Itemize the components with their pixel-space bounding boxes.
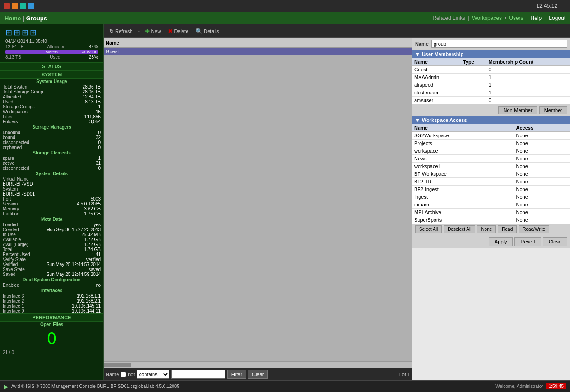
workspace-row[interactable]: workspace1None [412, 163, 570, 170]
clear-button[interactable]: Clear [248, 370, 268, 379]
avid-icon: ▶ [4, 383, 9, 390]
filter-button[interactable]: Filter [227, 370, 246, 379]
h-scrollbar[interactable] [104, 361, 412, 368]
system-value: BURL-BF-SD01 [0, 191, 103, 196]
user-row[interactable]: Guest0 [412, 66, 570, 74]
nav-home-link[interactable]: Home [5, 15, 21, 22]
none-button[interactable]: None [477, 225, 496, 233]
user-row[interactable]: airspeed1 [412, 81, 570, 89]
partition-row: Partition 1.75 GB [0, 211, 103, 216]
workspaces-link[interactable]: Workspaces [472, 15, 502, 21]
performance-header: PERFORMANCE [0, 313, 103, 322]
version-row: Version 4.5.0.12085 [0, 201, 103, 206]
toolbar: ↻ Refresh ▪ ✚ New ✖ Delete 🔍 Details [104, 24, 570, 38]
user-membership-table: Name Type Membership Count Guest0MAAAdmi… [412, 58, 570, 104]
deselect-all-button[interactable]: Deselect All [444, 225, 475, 233]
interfaces-header: Interfaces [0, 288, 103, 294]
filter-not-label: not [128, 372, 135, 377]
open-files-header: Open Files [0, 322, 103, 327]
usage-data-row: Total Storage Group28.06 TB [0, 89, 103, 94]
main-layout: ⊞ ⊞ ⊞ ⊞ 04/14/2014 11:35:40 12.84 TB All… [0, 24, 570, 380]
workspace-row[interactable]: BF WorkspaceNone [412, 170, 570, 178]
table-header: Name [104, 38, 412, 48]
filter-not-checkbox[interactable] [121, 372, 126, 377]
footer-time: 1:59:45 [546, 383, 566, 389]
workspace-row[interactable]: ipmamNone [412, 201, 570, 209]
interface-data-row: Interface 3192.168.1.1 [0, 294, 103, 299]
system-row: System [0, 187, 103, 191]
bottom-action-buttons: Apply Revert Close [412, 235, 570, 248]
open-files-count: 0 [0, 327, 103, 350]
workspace-row[interactable]: SG2WorkspaceNone [412, 132, 570, 140]
help-link[interactable]: Help [531, 15, 542, 21]
interface-data-row: Interface 2192.168.2.1 [0, 299, 103, 303]
interface-data-row: Interface 110.106.145.11 [0, 303, 103, 308]
meta-list: LoadedyesCreatedMon Sep 30 15:27:23 2013… [0, 222, 103, 277]
win-btn-teal[interactable] [20, 3, 26, 9]
meta-data-row: In Use25.32 MB [0, 232, 103, 237]
window-controls [4, 3, 34, 9]
usage-list: Total System28.96 TBTotal Storage Group2… [0, 84, 103, 124]
nav-right-links: Related Links | Workspaces • Users Help … [432, 15, 565, 21]
member-button[interactable]: Member [539, 106, 567, 114]
table-row[interactable]: Guest [104, 48, 412, 55]
refresh-button[interactable]: ↻ Refresh [107, 27, 135, 35]
workspace-table: Name Access SG2WorkspaceNoneProjectsNone… [412, 124, 570, 224]
meta-data-row: Avail (Large)1.72 GB [0, 242, 103, 247]
system-header: SYSTEM [0, 70, 103, 79]
meta-data-row: CreatedMon Sep 30 15:27:23 2013 [0, 227, 103, 232]
ws-collapse-icon: ▼ [415, 117, 420, 123]
usage-data-row: Files111,855 [0, 114, 103, 119]
name-input[interactable] [431, 40, 567, 48]
workspace-row[interactable]: SuperSportsNone [412, 216, 570, 224]
left-top-info: ⊞ ⊞ ⊞ ⊞ 04/14/2014 11:35:40 12.84 TB All… [0, 24, 103, 62]
logout-link[interactable]: Logout [549, 15, 565, 21]
workspace-row[interactable]: NewsNone [412, 155, 570, 163]
table-body: Guest [104, 48, 412, 361]
delete-button[interactable]: ✖ Delete [165, 27, 191, 35]
non-member-button[interactable]: Non-Member [498, 106, 537, 114]
win-btn-red[interactable] [4, 3, 10, 9]
user-membership-header: ▼ User Membership [412, 50, 570, 58]
workspace-row[interactable]: ProjectsNone [412, 140, 570, 147]
win-btn-blue[interactable] [28, 3, 34, 9]
meta-header: Meta Data [0, 216, 103, 222]
element-data-row: active31 [0, 161, 103, 166]
details-button[interactable]: 🔍 Details [193, 27, 222, 35]
close-button[interactable]: Close [543, 237, 567, 246]
workspace-row[interactable]: IngestNone [412, 193, 570, 201]
usage-data-row: Used8.13 TB [0, 99, 103, 104]
element-data-row: spare1 [0, 156, 103, 161]
filter-operator-select[interactable]: contains equals starts with [137, 370, 169, 379]
um-col-name: Name [412, 58, 461, 66]
workspace-row[interactable]: BF2-IngestNone [412, 186, 570, 193]
revert-button[interactable]: Revert [514, 237, 541, 246]
meta-data-row: Verify Stateverified [0, 257, 103, 262]
workspace-row[interactable]: BF2-TRNone [412, 178, 570, 186]
usage-data-row: Allocated12.84 TB [0, 94, 103, 99]
element-data-row: disconnected0 [0, 166, 103, 171]
port-row: Port 5003 [0, 196, 103, 201]
users-link[interactable]: Users [509, 15, 523, 21]
usage-progress-bar: System 28.96 TB [5, 50, 98, 54]
workspace-row[interactable]: workspaceNone [412, 147, 570, 155]
workspace-row[interactable]: MPI-ArchiveNone [412, 209, 570, 216]
select-all-button[interactable]: Select All [415, 225, 442, 233]
apply-button[interactable]: Apply [489, 237, 513, 246]
user-membership-table-container: Name Type Membership Count Guest0MAAAdmi… [412, 58, 570, 104]
usage-data-row: Storage Groups1 [0, 104, 103, 109]
storage-managers-header: Storage Managers [0, 124, 103, 130]
allocated-row: 12.84 TB Allocated 44% [3, 44, 101, 50]
used-row: 8.13 TB Used 28% [3, 54, 101, 60]
meta-data-row: Total1.74 GB [0, 247, 103, 252]
user-row[interactable]: amsuser0 [412, 97, 570, 104]
read-write-button[interactable]: Read/Write [519, 225, 549, 233]
user-row[interactable]: clusteruser1 [412, 89, 570, 97]
footer-welcome: Welcome, Administrator [495, 384, 543, 389]
filter-value-input[interactable] [171, 370, 225, 379]
read-button[interactable]: Read [498, 225, 517, 233]
content-area: ↻ Refresh ▪ ✚ New ✖ Delete 🔍 Details N [104, 24, 570, 380]
user-row[interactable]: MAAAdmin1 [412, 74, 570, 81]
new-button[interactable]: ✚ New [142, 27, 164, 35]
win-btn-orange[interactable] [12, 3, 18, 9]
